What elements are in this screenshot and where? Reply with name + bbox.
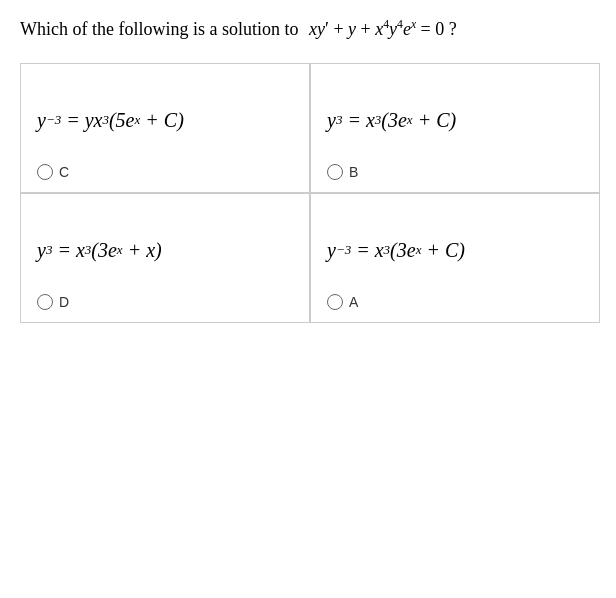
option-formula-b: y3 = x3(3ex + C): [327, 84, 456, 156]
option-cell-d: y3 = x3(3ex + x) D: [20, 193, 310, 323]
option-label-b: B: [349, 164, 358, 180]
question-prefix: Which of the following is a solution to: [20, 16, 298, 43]
option-label-d: D: [59, 294, 69, 310]
radio-c[interactable]: [37, 164, 53, 180]
option-formula-a: y−3 = x3(3ex + C): [327, 214, 465, 286]
option-cell-c: y−3 = yx3(5ex + C) C: [20, 63, 310, 193]
question-text: Which of the following is a solution to …: [20, 16, 596, 43]
option-formula-c: y−3 = yx3(5ex + C): [37, 84, 184, 156]
option-cell-a: y−3 = x3(3ex + C) A: [310, 193, 600, 323]
question-equation: xy′ + y + x4y4ex = 0 ?: [304, 16, 456, 43]
option-label-c: C: [59, 164, 69, 180]
radio-d[interactable]: [37, 294, 53, 310]
option-cell-b: y3 = x3(3ex + C) B: [310, 63, 600, 193]
option-label-a: A: [349, 294, 358, 310]
radio-a[interactable]: [327, 294, 343, 310]
option-formula-d: y3 = x3(3ex + x): [37, 214, 162, 286]
radio-b[interactable]: [327, 164, 343, 180]
options-grid: y−3 = yx3(5ex + C) C y3 = x3(3ex + C) B …: [20, 63, 600, 323]
